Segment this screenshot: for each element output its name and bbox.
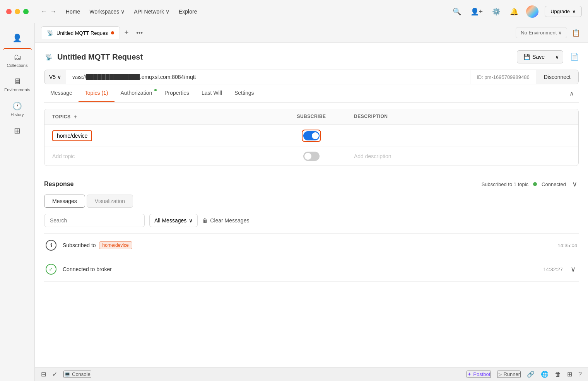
back-button[interactable]: ← xyxy=(41,8,47,15)
add-tab-button[interactable]: + xyxy=(121,27,132,38)
upgrade-button[interactable]: Upgrade ∨ xyxy=(545,6,582,17)
titlebar: ← → Home Workspaces ∨ API Network ∨ Expl… xyxy=(0,0,588,23)
subscribe-toggle[interactable] xyxy=(303,131,320,140)
maximize-button[interactable] xyxy=(23,9,29,14)
clear-messages-button[interactable]: 🗑 Clear Messages xyxy=(202,217,249,224)
message-time: 14:35:04 xyxy=(557,243,577,248)
traffic-lights xyxy=(6,9,29,14)
sidebar-item-environments[interactable]: 🖥 Environments xyxy=(3,73,32,96)
main-content: 📡 Untitled MQTT Reques + ••• No Environm… xyxy=(35,23,588,381)
add-description-cell: Add description xyxy=(346,149,578,164)
bell-icon-button[interactable]: 🔔 xyxy=(508,6,520,17)
add-subscribe-toggle[interactable] xyxy=(303,152,320,161)
globe-icon-button[interactable]: 🌐 xyxy=(541,371,549,378)
topics-col-header-name: TOPICS + xyxy=(44,109,277,125)
history-icon: 🕐 xyxy=(12,101,22,111)
request-area: 📡 Untitled MQTT Request 💾 Save ∨ 📄 V5 ∨ xyxy=(35,43,588,172)
tab-right: No Environment ∨ 📋 xyxy=(516,27,582,39)
environments-icon: 🖥 xyxy=(14,77,21,86)
environment-select[interactable]: No Environment ∨ xyxy=(516,27,567,38)
more-tabs-button[interactable]: ••• xyxy=(133,28,146,38)
add-description-placeholder[interactable]: Add description xyxy=(354,153,391,159)
mqtt-tab-icon: 📡 xyxy=(47,30,53,36)
nav-items: Home Workspaces ∨ API Network ∨ Explore xyxy=(66,9,197,15)
runner-button[interactable]: ▷ Runner xyxy=(497,371,521,378)
sidebar-item-collections[interactable]: 🗂 Collections xyxy=(3,48,32,72)
nav-arrows: ← → xyxy=(41,8,56,15)
forward-button[interactable]: → xyxy=(50,8,56,15)
user-icon: 👤 xyxy=(12,33,22,43)
add-topic-icon[interactable]: + xyxy=(74,114,77,120)
response-area: Response Subscribed to 1 topic Connected… xyxy=(35,178,588,282)
help-icon-button[interactable]: ? xyxy=(578,371,582,378)
tab-label: Untitled MQTT Reques xyxy=(56,30,108,36)
components-icon: ⊞ xyxy=(14,126,21,135)
tab-settings[interactable]: Settings xyxy=(228,84,260,102)
topic-name-box[interactable]: home/device xyxy=(52,130,92,141)
response-title: Response xyxy=(44,181,74,188)
tab-message[interactable]: Message xyxy=(44,84,79,102)
url-input[interactable] xyxy=(66,70,470,84)
workspaces-nav[interactable]: Workspaces ∨ xyxy=(89,9,125,15)
add-user-icon-button[interactable]: 👤+ xyxy=(469,6,485,17)
topic-description-cell xyxy=(346,131,578,140)
delete-icon-button[interactable]: 🗑 xyxy=(555,371,561,378)
request-title-row: 📡 Untitled MQTT Request 💾 Save ∨ 📄 xyxy=(44,50,579,63)
message-time: 14:32:27 xyxy=(543,267,563,272)
settings-icon-button[interactable]: ⚙️ xyxy=(491,6,502,17)
sidebar-item-user[interactable]: 👤 xyxy=(3,29,32,46)
avatar[interactable] xyxy=(526,5,538,18)
topics-table-header: TOPICS + SUBSCRIBE DESCRIPTION xyxy=(44,109,578,125)
grid-icon-button[interactable]: ⊞ xyxy=(567,371,572,378)
filter-select[interactable]: All Messages ∨ xyxy=(149,214,198,227)
connected-dot xyxy=(533,182,537,186)
save-to-collection-icon[interactable]: 📋 xyxy=(570,27,582,39)
bottom-right: ✦ Postbot ▷ Runner 🔗 🌐 🗑 ⊞ ? xyxy=(467,371,582,378)
postbot-button[interactable]: ✦ Postbot xyxy=(467,371,491,378)
topics-col-header-subscribe: SUBSCRIBE xyxy=(277,109,346,125)
api-network-nav[interactable]: API Network ∨ xyxy=(134,9,169,15)
explore-nav[interactable]: Explore xyxy=(179,9,197,15)
response-collapse-button[interactable]: ∨ xyxy=(571,178,579,190)
subscribe-toggle-box xyxy=(302,130,321,142)
tab-visualization[interactable]: Visualization xyxy=(87,195,133,208)
tab-properties[interactable]: Properties xyxy=(158,84,195,102)
sidebar: 👤 🗂 Collections 🖥 Environments 🕐 History… xyxy=(0,23,35,381)
mqtt-tab[interactable]: 📡 Untitled MQTT Reques xyxy=(41,26,120,39)
home-nav[interactable]: Home xyxy=(66,9,80,15)
tab-messages[interactable]: Messages xyxy=(44,195,85,208)
tabs-collapse-button[interactable]: ∧ xyxy=(565,85,579,102)
close-button[interactable] xyxy=(6,9,12,14)
topic-name-cell: home/device xyxy=(44,126,277,146)
console-button[interactable]: 💻 Console xyxy=(63,371,91,378)
disconnect-button[interactable]: Disconnect xyxy=(536,70,578,84)
sidebar-item-history[interactable]: 🕐 History xyxy=(3,97,32,121)
tab-topics[interactable]: Topics (1) xyxy=(79,84,115,102)
minimize-button[interactable] xyxy=(15,9,20,14)
expand-message-button[interactable]: ∨ xyxy=(569,263,577,275)
topic-badge: home/device xyxy=(99,241,132,249)
info-icon: ℹ xyxy=(46,240,56,251)
documentation-icon-button[interactable]: 📄 xyxy=(570,53,579,61)
check-icon-button[interactable]: ✓ xyxy=(52,371,57,378)
tab-modified-dot xyxy=(111,31,114,34)
add-subscribe-cell xyxy=(277,147,346,166)
add-topic-placeholder[interactable]: Add topic xyxy=(52,153,75,159)
tab-authorization[interactable]: Authorization xyxy=(115,84,159,102)
search-icon-button[interactable]: 🔍 xyxy=(451,6,463,17)
layout-icon-button[interactable]: ⊟ xyxy=(41,371,46,378)
table-row: home/device xyxy=(44,125,578,147)
response-tabs: Messages Visualization xyxy=(44,195,579,208)
save-button[interactable]: 💾 Save xyxy=(517,50,551,63)
message-prefix: Subscribed to xyxy=(63,242,96,248)
table-row: Add topic Add description xyxy=(44,147,578,166)
tab-last-will[interactable]: Last Will xyxy=(195,84,228,102)
console-icon: 💻 xyxy=(64,371,70,377)
nav-right: 🔍 👤+ ⚙️ 🔔 Upgrade ∨ xyxy=(451,5,582,18)
sidebar-item-components[interactable]: ⊞ xyxy=(3,122,32,139)
link-icon-button[interactable]: 🔗 xyxy=(527,371,535,378)
search-input[interactable] xyxy=(44,214,145,227)
save-button-group: 💾 Save ∨ xyxy=(517,50,563,63)
version-select[interactable]: V5 ∨ xyxy=(44,70,66,84)
save-dropdown-button[interactable]: ∨ xyxy=(551,50,563,63)
